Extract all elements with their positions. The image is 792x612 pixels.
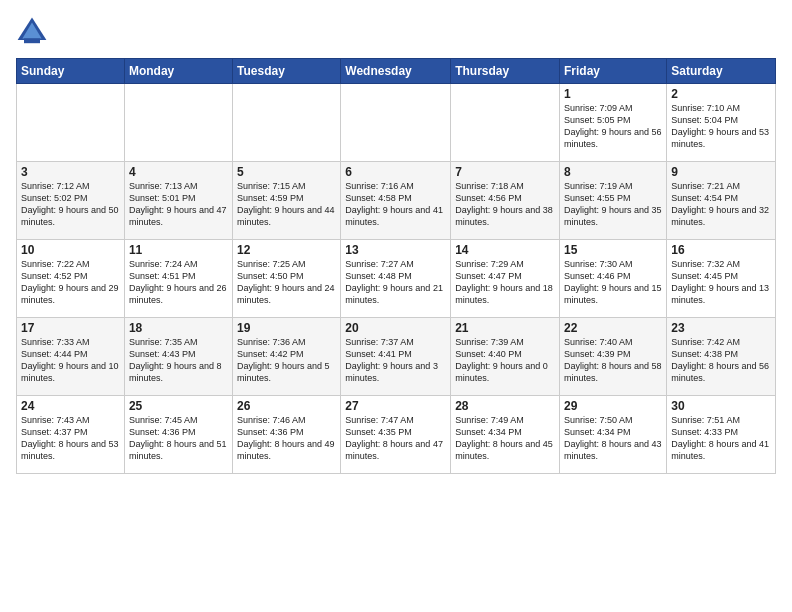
day-cell: 7Sunrise: 7:18 AM Sunset: 4:56 PM Daylig… [451,162,560,240]
day-info: Sunrise: 7:24 AM Sunset: 4:51 PM Dayligh… [129,258,228,307]
day-cell: 15Sunrise: 7:30 AM Sunset: 4:46 PM Dayli… [560,240,667,318]
header [16,16,776,48]
day-info: Sunrise: 7:47 AM Sunset: 4:35 PM Dayligh… [345,414,446,463]
weekday-header-wednesday: Wednesday [341,59,451,84]
day-info: Sunrise: 7:16 AM Sunset: 4:58 PM Dayligh… [345,180,446,229]
week-row-5: 24Sunrise: 7:43 AM Sunset: 4:37 PM Dayli… [17,396,776,474]
day-info: Sunrise: 7:21 AM Sunset: 4:54 PM Dayligh… [671,180,771,229]
day-info: Sunrise: 7:18 AM Sunset: 4:56 PM Dayligh… [455,180,555,229]
day-number: 8 [564,165,662,179]
day-cell: 24Sunrise: 7:43 AM Sunset: 4:37 PM Dayli… [17,396,125,474]
day-cell: 3Sunrise: 7:12 AM Sunset: 5:02 PM Daylig… [17,162,125,240]
day-number: 11 [129,243,228,257]
day-cell: 14Sunrise: 7:29 AM Sunset: 4:47 PM Dayli… [451,240,560,318]
day-info: Sunrise: 7:27 AM Sunset: 4:48 PM Dayligh… [345,258,446,307]
weekday-header-sunday: Sunday [17,59,125,84]
day-number: 25 [129,399,228,413]
day-number: 20 [345,321,446,335]
day-number: 26 [237,399,336,413]
day-number: 3 [21,165,120,179]
day-cell [451,84,560,162]
day-number: 1 [564,87,662,101]
day-info: Sunrise: 7:10 AM Sunset: 5:04 PM Dayligh… [671,102,771,151]
day-number: 21 [455,321,555,335]
day-number: 27 [345,399,446,413]
day-info: Sunrise: 7:50 AM Sunset: 4:34 PM Dayligh… [564,414,662,463]
day-number: 5 [237,165,336,179]
day-number: 15 [564,243,662,257]
day-info: Sunrise: 7:35 AM Sunset: 4:43 PM Dayligh… [129,336,228,385]
week-row-2: 3Sunrise: 7:12 AM Sunset: 5:02 PM Daylig… [17,162,776,240]
day-cell: 18Sunrise: 7:35 AM Sunset: 4:43 PM Dayli… [124,318,232,396]
day-number: 9 [671,165,771,179]
week-row-3: 10Sunrise: 7:22 AM Sunset: 4:52 PM Dayli… [17,240,776,318]
day-number: 30 [671,399,771,413]
day-info: Sunrise: 7:12 AM Sunset: 5:02 PM Dayligh… [21,180,120,229]
day-cell: 5Sunrise: 7:15 AM Sunset: 4:59 PM Daylig… [233,162,341,240]
day-cell: 2Sunrise: 7:10 AM Sunset: 5:04 PM Daylig… [667,84,776,162]
day-number: 24 [21,399,120,413]
day-cell: 16Sunrise: 7:32 AM Sunset: 4:45 PM Dayli… [667,240,776,318]
day-info: Sunrise: 7:43 AM Sunset: 4:37 PM Dayligh… [21,414,120,463]
page: SundayMondayTuesdayWednesdayThursdayFrid… [0,0,792,612]
logo-icon [16,16,48,48]
day-number: 22 [564,321,662,335]
day-cell: 23Sunrise: 7:42 AM Sunset: 4:38 PM Dayli… [667,318,776,396]
day-number: 2 [671,87,771,101]
svg-rect-2 [24,38,40,43]
day-info: Sunrise: 7:36 AM Sunset: 4:42 PM Dayligh… [237,336,336,385]
day-info: Sunrise: 7:09 AM Sunset: 5:05 PM Dayligh… [564,102,662,151]
week-row-4: 17Sunrise: 7:33 AM Sunset: 4:44 PM Dayli… [17,318,776,396]
day-cell: 21Sunrise: 7:39 AM Sunset: 4:40 PM Dayli… [451,318,560,396]
day-info: Sunrise: 7:42 AM Sunset: 4:38 PM Dayligh… [671,336,771,385]
week-row-1: 1Sunrise: 7:09 AM Sunset: 5:05 PM Daylig… [17,84,776,162]
calendar-table: SundayMondayTuesdayWednesdayThursdayFrid… [16,58,776,474]
day-number: 7 [455,165,555,179]
weekday-header-monday: Monday [124,59,232,84]
weekday-header-saturday: Saturday [667,59,776,84]
day-cell [233,84,341,162]
day-info: Sunrise: 7:30 AM Sunset: 4:46 PM Dayligh… [564,258,662,307]
day-cell: 13Sunrise: 7:27 AM Sunset: 4:48 PM Dayli… [341,240,451,318]
day-info: Sunrise: 7:40 AM Sunset: 4:39 PM Dayligh… [564,336,662,385]
day-number: 12 [237,243,336,257]
day-cell: 1Sunrise: 7:09 AM Sunset: 5:05 PM Daylig… [560,84,667,162]
weekday-header-friday: Friday [560,59,667,84]
day-info: Sunrise: 7:32 AM Sunset: 4:45 PM Dayligh… [671,258,771,307]
day-cell: 11Sunrise: 7:24 AM Sunset: 4:51 PM Dayli… [124,240,232,318]
weekday-header-tuesday: Tuesday [233,59,341,84]
day-cell: 10Sunrise: 7:22 AM Sunset: 4:52 PM Dayli… [17,240,125,318]
day-number: 18 [129,321,228,335]
day-info: Sunrise: 7:46 AM Sunset: 4:36 PM Dayligh… [237,414,336,463]
day-cell: 4Sunrise: 7:13 AM Sunset: 5:01 PM Daylig… [124,162,232,240]
day-info: Sunrise: 7:19 AM Sunset: 4:55 PM Dayligh… [564,180,662,229]
day-number: 14 [455,243,555,257]
logo [16,16,54,48]
day-info: Sunrise: 7:22 AM Sunset: 4:52 PM Dayligh… [21,258,120,307]
day-cell: 8Sunrise: 7:19 AM Sunset: 4:55 PM Daylig… [560,162,667,240]
day-cell: 9Sunrise: 7:21 AM Sunset: 4:54 PM Daylig… [667,162,776,240]
day-number: 28 [455,399,555,413]
day-number: 4 [129,165,228,179]
day-number: 17 [21,321,120,335]
weekday-header-thursday: Thursday [451,59,560,84]
day-info: Sunrise: 7:13 AM Sunset: 5:01 PM Dayligh… [129,180,228,229]
day-number: 23 [671,321,771,335]
day-number: 16 [671,243,771,257]
day-cell [124,84,232,162]
day-info: Sunrise: 7:39 AM Sunset: 4:40 PM Dayligh… [455,336,555,385]
day-number: 29 [564,399,662,413]
day-cell: 29Sunrise: 7:50 AM Sunset: 4:34 PM Dayli… [560,396,667,474]
day-number: 13 [345,243,446,257]
day-cell: 20Sunrise: 7:37 AM Sunset: 4:41 PM Dayli… [341,318,451,396]
day-cell: 22Sunrise: 7:40 AM Sunset: 4:39 PM Dayli… [560,318,667,396]
day-cell: 25Sunrise: 7:45 AM Sunset: 4:36 PM Dayli… [124,396,232,474]
day-cell: 27Sunrise: 7:47 AM Sunset: 4:35 PM Dayli… [341,396,451,474]
day-info: Sunrise: 7:51 AM Sunset: 4:33 PM Dayligh… [671,414,771,463]
day-info: Sunrise: 7:45 AM Sunset: 4:36 PM Dayligh… [129,414,228,463]
day-number: 19 [237,321,336,335]
day-cell: 12Sunrise: 7:25 AM Sunset: 4:50 PM Dayli… [233,240,341,318]
day-cell: 28Sunrise: 7:49 AM Sunset: 4:34 PM Dayli… [451,396,560,474]
day-cell [341,84,451,162]
weekday-header-row: SundayMondayTuesdayWednesdayThursdayFrid… [17,59,776,84]
